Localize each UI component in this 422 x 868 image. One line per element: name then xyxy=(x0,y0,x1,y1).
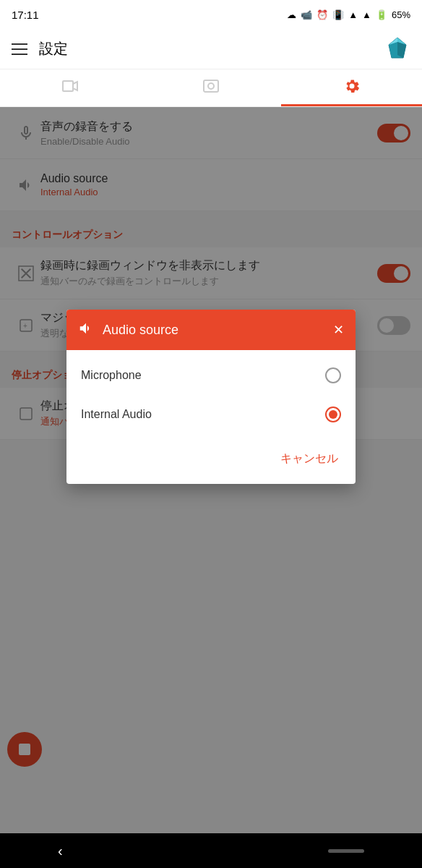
dialog-header: Audio source ✕ xyxy=(66,310,356,350)
vibrate-icon: 📳 xyxy=(332,9,344,20)
microphone-label: Microphone xyxy=(81,369,325,382)
tab-video[interactable] xyxy=(0,69,141,106)
svg-rect-5 xyxy=(63,81,73,91)
microphone-radio[interactable] xyxy=(325,367,341,383)
diamond-icon xyxy=(384,35,410,64)
battery-percent: 65% xyxy=(392,9,410,20)
tab-video-icon xyxy=(61,77,79,98)
dialog-backdrop: Audio source ✕ Microphone Internal Audio xyxy=(0,107,422,839)
cloud-icon: ☁ xyxy=(287,9,296,20)
page-background: 音声の録音をする Enable/Disable Audio Audio sour… xyxy=(0,107,422,839)
back-button[interactable]: ‹ xyxy=(58,843,63,859)
internal-audio-option[interactable]: Internal Audio xyxy=(66,395,356,434)
dialog-close-button[interactable]: ✕ xyxy=(333,322,344,338)
video-icon: 📹 xyxy=(301,9,312,20)
dialog-speaker-icon xyxy=(78,320,94,340)
app-title: 設定 xyxy=(39,39,68,59)
audio-source-dialog: Audio source ✕ Microphone Internal Audio xyxy=(66,310,356,484)
tab-settings-icon xyxy=(343,77,361,98)
tab-bar xyxy=(0,69,422,107)
dialog-footer: キャンセル xyxy=(66,440,356,484)
cancel-button[interactable]: キャンセル xyxy=(275,446,344,472)
app-bar-left: 設定 xyxy=(12,39,68,59)
microphone-option[interactable]: Microphone xyxy=(66,356,356,395)
internal-audio-radio[interactable] xyxy=(325,407,341,422)
svg-marker-6 xyxy=(73,82,77,90)
hamburger-menu[interactable] xyxy=(12,43,27,55)
tab-photo-icon xyxy=(202,77,220,98)
home-indicator[interactable] xyxy=(328,849,364,853)
dialog-body: Microphone Internal Audio xyxy=(66,350,356,440)
tab-settings[interactable] xyxy=(281,69,422,106)
radio-inner-dot xyxy=(329,410,337,419)
svg-rect-7 xyxy=(204,80,218,92)
alarm-icon: ⏰ xyxy=(316,9,328,20)
tab-photo[interactable] xyxy=(141,69,282,106)
status-bar: 17:11 ☁ 📹 ⏰ 📳 ▲ ▲ 🔋 65% xyxy=(0,0,422,29)
status-icons: ☁ 📹 ⏰ 📳 ▲ ▲ 🔋 65% xyxy=(287,9,410,20)
wifi-icon: ▲ xyxy=(348,9,358,20)
battery-icon: 🔋 xyxy=(376,9,387,20)
signal-icon: ▲ xyxy=(362,9,371,20)
internal-audio-label: Internal Audio xyxy=(81,408,325,421)
svg-point-8 xyxy=(208,83,214,89)
status-time: 17:11 xyxy=(12,9,39,21)
dialog-title: Audio source xyxy=(103,323,324,338)
app-bar: 設定 xyxy=(0,29,422,69)
